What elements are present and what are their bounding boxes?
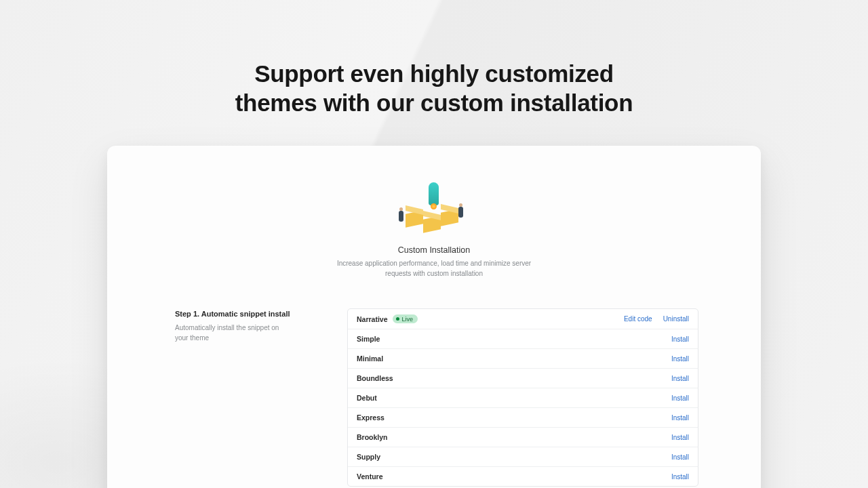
table-row: BoundlessInstall [348, 369, 698, 388]
theme-name: Supply [357, 453, 380, 461]
hero-section: Custom Installation Increase application… [107, 186, 761, 279]
step-description: Automatically install the snippet on you… [175, 323, 283, 343]
page-headline: Support even highly customized themes wi… [0, 0, 868, 117]
app-card: Custom Installation Increase application… [107, 146, 761, 488]
status-badge: Live [393, 314, 418, 323]
row-left: Minimal [357, 354, 383, 363]
table-row: MinimalInstall [348, 349, 698, 369]
status-badge-label: Live [402, 316, 414, 323]
theme-name: Narrative [357, 315, 388, 323]
row-actions: Install [671, 375, 689, 382]
theme-name: Debut [357, 394, 377, 402]
step-title: Step 1. Automatic snippet install [175, 310, 311, 318]
table-row: DebutInstall [348, 388, 698, 408]
install-link[interactable]: Install [671, 394, 689, 402]
theme-list: NarrativeLiveEdit codeUninstallSimpleIns… [347, 308, 698, 487]
uninstall-link[interactable]: Uninstall [663, 315, 689, 323]
row-actions: Edit codeUninstall [624, 315, 689, 323]
table-row: BrooklynInstall [348, 428, 698, 447]
row-actions: Install [671, 336, 689, 343]
install-link[interactable]: Install [671, 434, 689, 441]
rocket-icon [429, 182, 439, 205]
theme-name: Boundless [357, 374, 393, 382]
install-link[interactable]: Install [671, 336, 689, 343]
box-icon [423, 216, 441, 233]
person-icon [399, 211, 403, 222]
hero-title: Custom Installation [398, 245, 470, 255]
table-row: ExpressInstall [348, 408, 698, 428]
install-link[interactable]: Install [671, 453, 689, 461]
install-link[interactable]: Install [671, 473, 689, 481]
theme-name: Venture [357, 472, 383, 481]
row-left: NarrativeLive [357, 314, 418, 323]
theme-name: Minimal [357, 354, 383, 363]
table-row: NarrativeLiveEdit codeUninstall [348, 309, 698, 329]
row-left: Express [357, 413, 384, 422]
edit-code-link[interactable]: Edit code [624, 315, 652, 323]
row-actions: Install [671, 434, 689, 441]
hero-description: Increase application performance, load t… [326, 259, 542, 279]
hero-illustration [393, 186, 475, 237]
row-actions: Install [671, 355, 689, 363]
row-left: Debut [357, 394, 377, 402]
install-link[interactable]: Install [671, 375, 689, 382]
status-dot-icon [396, 317, 399, 321]
install-link[interactable]: Install [671, 355, 689, 363]
table-row: SupplyInstall [348, 447, 698, 467]
row-actions: Install [671, 394, 689, 402]
row-actions: Install [671, 453, 689, 461]
row-left: Supply [357, 453, 380, 461]
step-sidebar: Step 1. Automatic snippet install Automa… [175, 308, 311, 487]
row-left: Boundless [357, 374, 393, 382]
box-icon [441, 209, 458, 226]
install-link[interactable]: Install [671, 414, 689, 422]
row-left: Brooklyn [357, 433, 388, 441]
row-actions: Install [671, 473, 689, 481]
table-row: VentureInstall [348, 467, 698, 486]
row-left: Simple [357, 335, 380, 343]
table-row: SimpleInstall [348, 329, 698, 349]
headline-line-2: themes with our custom installation [0, 89, 868, 118]
theme-name: Express [357, 413, 384, 422]
box-icon [406, 210, 423, 228]
headline-line-1: Support even highly customized [0, 60, 868, 89]
row-left: Venture [357, 472, 383, 481]
content-row: Step 1. Automatic snippet install Automa… [107, 308, 761, 487]
person-icon [458, 207, 463, 218]
theme-name: Simple [357, 335, 380, 343]
row-actions: Install [671, 414, 689, 422]
theme-name: Brooklyn [357, 433, 388, 441]
